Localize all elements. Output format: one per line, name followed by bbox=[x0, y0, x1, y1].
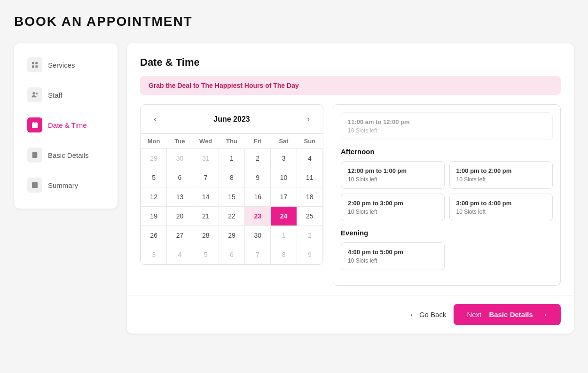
sidebar-label-staff: Staff bbox=[48, 91, 63, 99]
form-icon bbox=[27, 148, 42, 163]
slot-card-1300[interactable]: 1:00 pm to 2:00 pm 10 Slots left bbox=[449, 161, 553, 189]
calendar-day-1-6[interactable]: 11 bbox=[297, 168, 322, 187]
calendar-day-2-1[interactable]: 13 bbox=[167, 187, 193, 207]
svg-rect-1 bbox=[35, 62, 38, 64]
svg-point-5 bbox=[36, 93, 38, 94]
slot-time-1300: 1:00 pm to 2:00 pm bbox=[456, 167, 546, 174]
next-button[interactable]: Next Basic Details → bbox=[454, 304, 561, 325]
slot-time-1600: 4:00 pm to 5:00 pm bbox=[348, 249, 438, 256]
sidebar-item-basic-details[interactable]: Basic Details bbox=[22, 141, 110, 169]
calendar-grid: Mon Tue Wed Thu Fri Sat Sun 293031123456… bbox=[141, 133, 323, 264]
calendar-day-4-2[interactable]: 28 bbox=[193, 226, 219, 245]
calendar-day-3-5[interactable]: 24 bbox=[271, 207, 297, 226]
slot-time-1500: 3:00 pm to 4:00 pm bbox=[456, 200, 546, 207]
calendar-day-5-4[interactable]: 7 bbox=[245, 245, 271, 264]
sidebar-label-basic-details: Basic Details bbox=[48, 151, 89, 159]
sidebar-item-services[interactable]: Services bbox=[22, 51, 110, 79]
calendar-day-3-1[interactable]: 20 bbox=[167, 207, 193, 226]
go-back-button[interactable]: ← Go Back bbox=[409, 311, 447, 319]
calendar-day-0-6[interactable]: 4 bbox=[297, 149, 322, 168]
calendar-day-1-3[interactable]: 8 bbox=[219, 168, 244, 187]
sidebar-item-summary[interactable]: Summary bbox=[22, 171, 110, 199]
slot-time-1200: 12:00 pm to 1:00 pm bbox=[348, 167, 438, 174]
day-header-mon: Mon bbox=[141, 134, 167, 149]
slot-card-1200[interactable]: 12:00 pm to 1:00 pm 10 Slots left bbox=[341, 161, 445, 189]
slot-left-1400: 10 Slots left bbox=[348, 209, 438, 215]
calendar-day-1-5[interactable]: 10 bbox=[271, 168, 297, 187]
calendar-day-4-1[interactable]: 27 bbox=[167, 226, 193, 245]
day-header-tue: Tue bbox=[167, 134, 193, 149]
calendar-day-2-6[interactable]: 18 bbox=[297, 187, 322, 207]
day-header-sat: Sat bbox=[271, 134, 297, 149]
day-header-wed: Wed bbox=[193, 134, 219, 149]
calendar-time-layout: ‹ June 2023 › Mon Tue Wed Thu Fri bbox=[140, 104, 561, 286]
sidebar-item-datetime[interactable]: Date & Time bbox=[22, 111, 110, 139]
calendar-day-5-2[interactable]: 5 bbox=[193, 245, 219, 264]
slot-time-1400: 2:00 pm to 3:00 pm bbox=[348, 200, 438, 207]
calendar-day-5-1[interactable]: 4 bbox=[167, 245, 193, 264]
sidebar-item-staff[interactable]: Staff bbox=[22, 81, 110, 109]
content-body: Date & Time Grab the Deal to The Happies… bbox=[127, 43, 574, 295]
calendar-day-5-3[interactable]: 6 bbox=[219, 245, 244, 264]
main-content-panel: Date & Time Grab the Deal to The Happies… bbox=[127, 43, 574, 334]
calendar-day-5-6[interactable]: 9 bbox=[297, 245, 322, 264]
calendar-day-0-2[interactable]: 31 bbox=[193, 149, 219, 168]
svg-rect-3 bbox=[35, 65, 38, 68]
calendar-month-label: June 2023 bbox=[213, 115, 250, 124]
calendar-header: ‹ June 2023 › bbox=[141, 105, 323, 133]
calendar-day-2-0[interactable]: 12 bbox=[141, 187, 167, 207]
calendar-day-1-1[interactable]: 6 bbox=[167, 168, 193, 187]
calendar-day-4-5[interactable]: 1 bbox=[271, 226, 297, 245]
calendar-day-2-3[interactable]: 15 bbox=[219, 187, 244, 207]
go-back-arrow-icon: ← bbox=[409, 311, 416, 319]
slot-card-1500[interactable]: 3:00 pm to 4:00 pm 10 Slots left bbox=[449, 194, 553, 221]
calendar-day-2-5[interactable]: 17 bbox=[271, 187, 297, 207]
calendar-day-0-1[interactable]: 30 bbox=[167, 149, 193, 168]
page-title: BOOK AN APPOINTMENT bbox=[14, 14, 574, 29]
promo-banner: Grab the Deal to The Happiest Hours of T… bbox=[140, 76, 561, 95]
calendar-day-4-0[interactable]: 26 bbox=[141, 226, 167, 245]
slot-card-morning-partial[interactable]: 11:00 am to 12:00 pm 10 Slots left bbox=[341, 112, 553, 140]
calendar-day-3-0[interactable]: 19 bbox=[141, 207, 167, 226]
slot-left-morning: 10 Slots left bbox=[348, 127, 546, 134]
calendar-day-3-6[interactable]: 25 bbox=[297, 207, 322, 226]
calendar-day-3-2[interactable]: 21 bbox=[193, 207, 219, 226]
calendar-next-button[interactable]: › bbox=[303, 112, 314, 126]
evening-slots-grid: 4:00 pm to 5:00 pm 10 Slots left bbox=[341, 242, 553, 270]
calendar-day-0-5[interactable]: 3 bbox=[271, 149, 297, 168]
calendar-day-1-4[interactable]: 9 bbox=[245, 168, 271, 187]
main-layout: Services Staff bbox=[14, 43, 574, 334]
slot-card-1600[interactable]: 4:00 pm to 5:00 pm 10 Slots left bbox=[341, 242, 445, 270]
afternoon-label: Afternoon bbox=[341, 148, 553, 155]
sidebar-label-datetime: Date & Time bbox=[48, 121, 87, 129]
calendar-day-0-3[interactable]: 1 bbox=[219, 149, 244, 168]
svg-rect-6 bbox=[32, 123, 38, 128]
content-footer: ← Go Back Next Basic Details → bbox=[127, 295, 574, 334]
slot-card-1400[interactable]: 2:00 pm to 3:00 pm 10 Slots left bbox=[341, 194, 445, 221]
calendar-day-1-0[interactable]: 5 bbox=[141, 168, 167, 187]
calendar-day-0-0[interactable]: 29 bbox=[141, 149, 167, 168]
day-header-fri: Fri bbox=[245, 134, 271, 149]
slot-left-1300: 10 Slots left bbox=[456, 176, 546, 183]
calendar-icon bbox=[27, 117, 42, 132]
calendar-day-2-4[interactable]: 16 bbox=[245, 187, 271, 207]
calendar-day-2-2[interactable]: 14 bbox=[193, 187, 219, 207]
calendar-prev-button[interactable]: ‹ bbox=[150, 112, 160, 126]
calendar-day-3-3[interactable]: 22 bbox=[219, 207, 244, 226]
slot-left-1500: 10 Slots left bbox=[456, 209, 546, 215]
go-back-label: Go Back bbox=[419, 311, 447, 319]
calendar-day-0-4[interactable]: 2 bbox=[245, 149, 271, 168]
slot-left-1600: 10 Slots left bbox=[348, 257, 438, 264]
calendar-day-5-5[interactable]: 8 bbox=[271, 245, 297, 264]
calendar-day-5-0[interactable]: 3 bbox=[141, 245, 167, 264]
afternoon-slots-grid: 12:00 pm to 1:00 pm 10 Slots left 1:00 p… bbox=[341, 161, 553, 221]
time-slots-panel[interactable]: 11:00 am to 12:00 pm 10 Slots left After… bbox=[333, 104, 561, 286]
calendar-day-4-4[interactable]: 30 bbox=[245, 226, 271, 245]
next-label: Basic Details bbox=[489, 311, 533, 319]
calendar-day-3-4[interactable]: 23 bbox=[245, 207, 271, 226]
calendar-day-4-6[interactable]: 2 bbox=[297, 226, 322, 245]
day-header-sun: Sun bbox=[297, 134, 322, 149]
calendar-day-4-3[interactable]: 29 bbox=[219, 226, 244, 245]
calendar-day-1-2[interactable]: 7 bbox=[193, 168, 219, 187]
sidebar-label-services: Services bbox=[48, 61, 75, 69]
